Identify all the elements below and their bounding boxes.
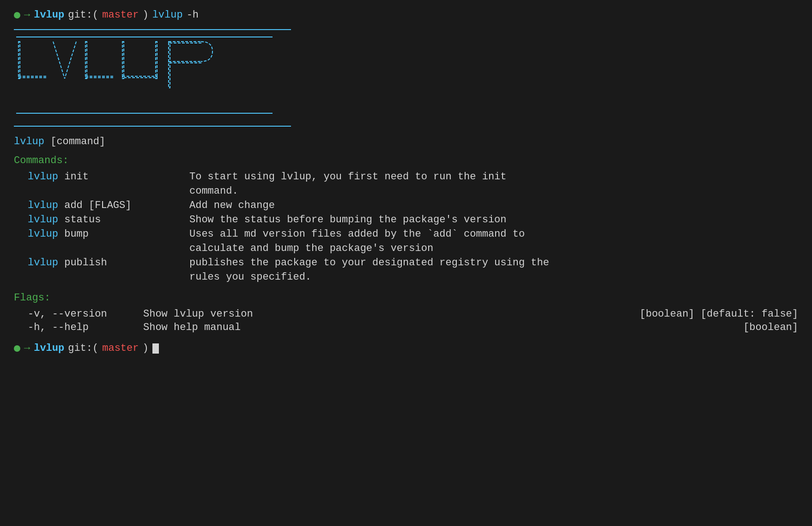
- prompt-dir: lvlup: [34, 9, 64, 21]
- flag-help-name: -h, --help: [14, 322, 143, 333]
- cmd-bump-name: lvlup bump: [14, 228, 189, 240]
- svg-rect-13: [169, 61, 201, 63]
- prompt-command: lvlup: [152, 9, 183, 21]
- cmd-status-name: lvlup status: [14, 214, 189, 226]
- cmd-status-lvlup: lvlup: [28, 214, 58, 226]
- prompt-branch: master: [102, 9, 139, 21]
- flag-row-help: -h, --help Show help manual [boolean]: [14, 322, 798, 333]
- cmd-init-lvlup: lvlup: [28, 171, 58, 183]
- usage-rest: [command]: [44, 136, 105, 147]
- bottom-prompt-dir: lvlup: [34, 343, 64, 354]
- cmd-add-action: add [FLAGS]: [58, 200, 131, 211]
- cmd-publish-cont: rules you specified.: [14, 271, 798, 283]
- cmd-bump-cont: calculate and bump the package's version: [14, 243, 798, 254]
- cmd-bump-desc2: calculate and bump the package's version: [189, 243, 798, 254]
- cmd-init-action: init: [58, 171, 89, 183]
- prompt-git-suffix: ): [142, 9, 148, 21]
- prompt-dot: [14, 12, 20, 18]
- cmd-add-lvlup: lvlup: [28, 200, 58, 211]
- top-prompt: → lvlup git:(master) lvlup -h: [14, 9, 798, 21]
- cmd-status-desc: Show the status before bumping the packa…: [189, 214, 798, 226]
- prompt-args: -h: [187, 9, 199, 21]
- flags-header: Flags:: [14, 292, 798, 304]
- cmd-init-desc1: To start using lvlup, you first need to …: [189, 171, 798, 183]
- flag-help-desc: Show help manual: [143, 322, 743, 333]
- svg-line-5: [65, 42, 76, 79]
- cmd-publish-action: publish: [58, 257, 107, 269]
- commands-section: Commands: lvlup init To start using lvlu…: [14, 155, 798, 283]
- svg-rect-3: [18, 76, 46, 78]
- ascii-art-container: [14, 29, 291, 127]
- cmd-add-desc: Add new change: [189, 200, 798, 211]
- command-row-bump: lvlup bump Uses all md version files add…: [14, 228, 798, 254]
- cmd-add-name: lvlup add [FLAGS]: [14, 200, 189, 211]
- cmd-status-action: status: [58, 214, 101, 226]
- flag-row-version: -v, --version Show lvlup version [boolea…: [14, 308, 798, 320]
- flag-help-type: [boolean]: [743, 322, 798, 333]
- prompt-arrow: →: [24, 9, 30, 21]
- svg-rect-8: [122, 42, 124, 79]
- bottom-prompt-arrow: →: [24, 343, 30, 354]
- cmd-publish-lvlup: lvlup: [28, 257, 58, 269]
- svg-rect-11: [169, 42, 170, 88]
- flag-version-desc: Show lvlup version: [143, 308, 640, 320]
- usage-line: lvlup [command]: [14, 136, 798, 147]
- flag-version-name: -v, --version: [14, 308, 143, 320]
- cmd-bump-lvlup: lvlup: [28, 228, 58, 240]
- flag-version-type: [boolean] [default: false]: [640, 308, 798, 320]
- commands-header: Commands:: [14, 155, 798, 166]
- cmd-bump-action: bump: [58, 228, 89, 240]
- svg-rect-9: [122, 76, 157, 78]
- svg-rect-2: [18, 42, 20, 79]
- svg-rect-10: [156, 42, 157, 79]
- svg-line-4: [53, 42, 65, 79]
- cmd-publish-desc2: rules you specified.: [189, 271, 798, 283]
- flags-section: Flags: -v, --version Show lvlup version …: [14, 292, 798, 333]
- command-row-init: lvlup init To start using lvlup, you fir…: [14, 171, 798, 197]
- bottom-prompt-git-suffix: ): [142, 343, 148, 354]
- bottom-prompt: → lvlup git:(master): [14, 343, 798, 354]
- prompt-git-prefix: git:(: [68, 9, 98, 21]
- usage-lvlup: lvlup: [14, 136, 44, 147]
- svg-rect-6: [85, 42, 87, 79]
- cmd-publish-desc1: publishes the package to your designated…: [189, 257, 798, 269]
- cmd-init-name: lvlup init: [14, 171, 189, 183]
- command-row-status: lvlup status Show the status before bump…: [14, 214, 798, 226]
- terminal-cursor: [152, 343, 159, 354]
- bottom-prompt-branch: master: [102, 343, 139, 354]
- bottom-prompt-git-prefix: git:(: [68, 343, 98, 354]
- svg-rect-7: [85, 76, 113, 78]
- cmd-bump-desc1: Uses all md version files added by the `…: [189, 228, 798, 240]
- cmd-init-cont: command.: [14, 185, 798, 197]
- command-row-publish: lvlup publish publishes the package to y…: [14, 257, 798, 283]
- cmd-init-desc2: command.: [189, 185, 798, 197]
- command-row-add: lvlup add [FLAGS] Add new change: [14, 200, 798, 211]
- svg-rect-12: [169, 42, 201, 43]
- cmd-publish-name: lvlup publish: [14, 257, 189, 269]
- bottom-prompt-dot: [14, 345, 20, 352]
